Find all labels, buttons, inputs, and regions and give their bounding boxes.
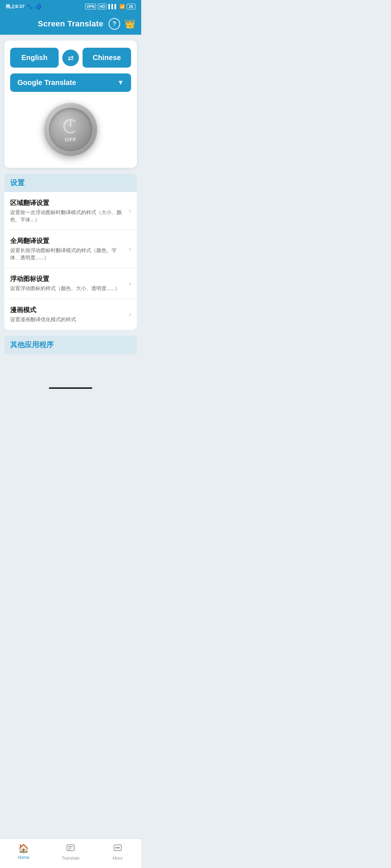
settings-float-desc: 设置浮动图标的样式（颜色、大小、透明度......） — [10, 285, 125, 292]
settings-global-chevron: › — [129, 245, 131, 253]
crown-icon[interactable]: 👑 — [125, 19, 135, 29]
language-row: English ⇄ Chinese — [10, 48, 131, 68]
help-button[interactable]: ? — [109, 18, 120, 30]
power-button-inner: OFF — [49, 108, 92, 151]
power-off-label: OFF — [65, 136, 77, 142]
header-actions: ? 👑 — [109, 18, 135, 30]
nav-indicator — [49, 387, 92, 389]
swap-language-button[interactable]: ⇄ — [62, 50, 79, 66]
settings-global-desc: 设置长按浮动图标时翻译模式的样式（颜色、字体、透明度......） — [10, 247, 125, 261]
settings-global-title: 全局翻译设置 — [10, 237, 125, 245]
engine-label: Google Translate — [17, 78, 76, 87]
settings-area-chevron: › — [129, 207, 131, 215]
hd-label: HD — [98, 4, 106, 9]
settings-item-area-translate[interactable]: 区域翻译设置 设置按一次浮动图标时翻译模式的样式（大小、颜色、字体...） › — [4, 192, 137, 230]
source-language-button[interactable]: English — [10, 48, 59, 68]
settings-float-title: 浮动图标设置 — [10, 275, 125, 283]
app-header: Screen Translate ? 👑 — [0, 13, 141, 35]
power-icon — [61, 117, 80, 136]
main-card: English ⇄ Chinese Google Translate ▼ OFF — [4, 41, 137, 168]
settings-item-global-translate[interactable]: 全局翻译设置 设置长按浮动图标时翻译模式的样式（颜色、字体、透明度......）… — [4, 230, 137, 268]
settings-item-floating-icon[interactable]: 浮动图标设置 设置浮动图标的样式（颜色、大小、透明度......） › — [4, 268, 137, 299]
power-button[interactable]: OFF — [44, 103, 97, 156]
battery-label: 26 — [127, 4, 135, 9]
settings-manga-title: 漫画模式 — [10, 306, 125, 314]
status-left: 晚上9:37 🐾 🔵 — [6, 3, 41, 10]
target-language-button[interactable]: Chinese — [83, 48, 131, 68]
settings-section-title: 设置 — [10, 179, 25, 187]
status-icon-1: 🐾 — [27, 4, 33, 9]
status-bar: 晚上9:37 🐾 🔵 VPN HD ▌▌▌ 📶 26 — [0, 0, 141, 13]
swap-icon: ⇄ — [68, 54, 74, 62]
settings-section-header: 设置 — [4, 174, 137, 192]
status-right: VPN HD ▌▌▌ 📶 26 — [85, 4, 135, 9]
wifi-icon: 📶 — [119, 4, 125, 9]
power-section: OFF — [10, 99, 131, 158]
settings-manga-chevron: › — [129, 311, 131, 318]
settings-manga-desc: 设置漫画翻译优化模式的样式 — [10, 316, 125, 323]
signal-bars-icon: ▌▌▌ — [108, 4, 118, 9]
other-apps-title: 其他应用程序 — [10, 341, 54, 349]
app-title: Screen Translate — [38, 19, 104, 29]
settings-list: 区域翻译设置 设置按一次浮动图标时翻译模式的样式（大小、颜色、字体...） › … — [4, 192, 137, 330]
settings-area-desc: 设置按一次浮动图标时翻译模式的样式（大小、颜色、字体...） — [10, 209, 125, 223]
status-icon-2: 🔵 — [35, 4, 41, 9]
dropdown-arrow-icon: ▼ — [117, 79, 124, 86]
engine-dropdown-button[interactable]: Google Translate ▼ — [10, 73, 131, 92]
settings-item-manga-mode[interactable]: 漫画模式 设置漫画翻译优化模式的样式 › — [4, 299, 137, 330]
vpn-label: VPN — [85, 4, 96, 9]
other-apps-section-header: 其他应用程序 — [4, 336, 137, 354]
settings-area-title: 区域翻译设置 — [10, 199, 125, 207]
status-time: 晚上9:37 — [6, 3, 25, 10]
settings-float-chevron: › — [129, 280, 131, 287]
